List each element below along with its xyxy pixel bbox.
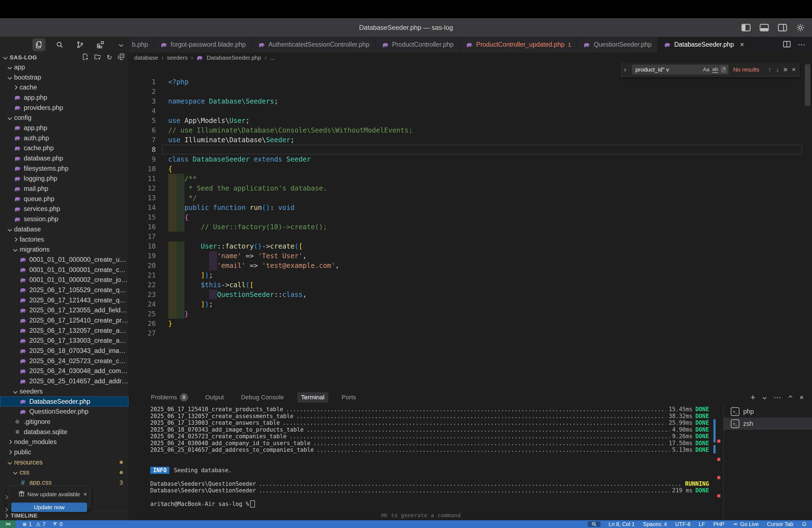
zoom-status-icon[interactable] — [588, 522, 600, 527]
tree-item[interactable]: 2025_06_17_132057_create_assessme... — [0, 326, 128, 336]
close-icon[interactable]: × — [83, 491, 87, 498]
tree-item[interactable]: providers.php — [0, 103, 128, 113]
new-file-icon[interactable] — [82, 53, 89, 61]
problems-status[interactable]: ⊗1 ⚠7 — [23, 521, 46, 527]
tree-item[interactable]: 2025_06_18_070343_add_image_to_... — [0, 346, 128, 356]
tree-item[interactable]: 2025_06_17_121443_create_questions... — [0, 295, 128, 305]
ports-status[interactable]: 0 — [52, 521, 63, 528]
source-control-icon[interactable] — [74, 39, 86, 51]
panel-tab-output[interactable]: Output — [201, 392, 228, 402]
status-item-ln-8-col-1[interactable]: Ln 8, Col 1 — [609, 521, 635, 527]
breadcrumb-item[interactable]: seeders — [167, 54, 188, 61]
tree-item[interactable]: cache — [0, 82, 128, 92]
extensions-icon[interactable] — [95, 39, 106, 51]
tree-item[interactable]: QuestionSeeder.php — [0, 407, 128, 417]
new-folder-icon[interactable] — [94, 53, 101, 61]
tree-item[interactable]: logging.php — [0, 174, 128, 184]
panel-tab-debug-console[interactable]: Debug Console — [237, 392, 288, 402]
chevron-down-icon[interactable] — [763, 395, 766, 399]
tree-item[interactable]: 2025_06_17_125410_create_products... — [0, 316, 128, 326]
tree-item[interactable]: config — [0, 113, 128, 123]
match-case-icon[interactable]: Aa — [703, 67, 709, 73]
more-icon[interactable]: ⋯ — [773, 393, 781, 402]
regex-icon[interactable]: .* — [721, 66, 727, 73]
breadcrumb-item[interactable]: ... — [270, 54, 275, 61]
tree-item[interactable]: auth.php — [0, 133, 128, 143]
tree-item[interactable]: bootstrap — [0, 72, 128, 83]
settings-gear-icon[interactable] — [796, 23, 805, 32]
status-item-php[interactable]: PHP — [713, 521, 724, 527]
collapsed-section-chevron-icon[interactable] — [4, 495, 8, 500]
next-match-icon[interactable]: ↓ — [776, 66, 779, 73]
terminal-output[interactable]: 2025_06_17_125410_create_products_table.… — [129, 405, 713, 520]
remote-indicator[interactable]: >< — [0, 520, 16, 528]
tree-item[interactable]: 2025_06_17_133003_create_answers_... — [0, 336, 128, 346]
editor-tab[interactable]: forgot-password.blade.php — [155, 37, 252, 53]
tree-item[interactable]: migrations — [0, 245, 128, 254]
timeline-section-header[interactable]: TIMELINE — [0, 511, 128, 520]
search-icon[interactable] — [54, 39, 66, 51]
status-item-go-live[interactable]: Go Live — [733, 521, 759, 527]
code-editor[interactable]: 1<?php23namespace Database\Seeders;45use… — [129, 63, 812, 390]
status-item-bell[interactable] — [801, 522, 807, 527]
tree-item[interactable]: cache.php — [0, 143, 128, 153]
terminal-session-zsh[interactable]: >_zsh — [724, 417, 812, 430]
editor-tab[interactable]: AuthenticatedSessionController.php — [252, 37, 376, 53]
tree-item[interactable]: factories — [0, 234, 128, 245]
tree-item[interactable]: app.php — [0, 92, 128, 103]
status-item-lf[interactable]: LF — [699, 521, 705, 527]
panel-tab-terminal[interactable]: Terminal — [297, 392, 329, 402]
tree-item[interactable]: database.php — [0, 153, 128, 163]
tree-item[interactable]: 2025_06_24_030048_add_company_... — [0, 366, 128, 377]
tree-item[interactable]: 2025_06_17_105529_create_question... — [0, 285, 128, 295]
tree-item[interactable]: 2025_06_24_025723_create_compan... — [0, 356, 128, 366]
tree-item[interactable]: 0001_01_01_000002_create_jobs_tab... — [0, 275, 128, 285]
tree-item[interactable]: ≡database.sqlite — [0, 427, 128, 437]
panel-tab-problems[interactable]: Problems8 — [147, 392, 192, 403]
editor-tab[interactable]: ProductController.php — [376, 37, 460, 53]
refresh-icon[interactable]: ↻ — [106, 54, 112, 61]
status-item-spaces-4[interactable]: Spaces: 4 — [643, 521, 667, 527]
tree-item[interactable]: css — [0, 468, 128, 478]
close-icon[interactable]: × — [800, 393, 804, 402]
tree-item[interactable]: 2025_06_25_014657_add_address_to... — [0, 376, 128, 386]
chevron-down-icon[interactable] — [115, 39, 127, 51]
find-in-selection-icon[interactable]: ≡ — [784, 66, 787, 73]
editor-scrollbar[interactable] — [805, 64, 810, 106]
editor-tab[interactable]: b.php — [129, 37, 155, 53]
tree-item[interactable]: session.php — [0, 214, 128, 224]
new-terminal-icon[interactable]: + — [750, 393, 755, 402]
tree-item[interactable]: 2025_06_17_123055_add_fields_to_u... — [0, 305, 128, 316]
find-input[interactable]: product_id" v Aa ab .* — [632, 64, 729, 75]
whole-word-icon[interactable]: ab — [712, 66, 718, 73]
status-item-cursor-tab[interactable]: Cursor Tab — [767, 521, 793, 527]
layout-sidebar-icon[interactable] — [741, 24, 751, 31]
find-toggle-chevron-icon[interactable]: › — [621, 63, 629, 76]
tree-item[interactable]: 0001_01_01_000000_create_users_ta... — [0, 254, 128, 265]
editor-tab[interactable]: ProductController_updated.php1 — [460, 37, 577, 53]
explorer-section-header[interactable]: SAS-LOG ↻ — [0, 53, 128, 62]
collapse-all-icon[interactable] — [118, 53, 125, 61]
tree-item[interactable]: seeders — [0, 386, 128, 397]
layout-panel-icon[interactable] — [759, 24, 769, 31]
close-icon[interactable]: × — [792, 66, 796, 73]
panel-tab-ports[interactable]: Ports — [338, 392, 360, 402]
breadcrumb-item[interactable]: database — [134, 54, 158, 61]
tree-item[interactable]: app — [0, 62, 128, 72]
editor-tab[interactable]: QuestionSeeder.php — [577, 37, 658, 53]
tree-item[interactable]: database — [0, 224, 128, 234]
tree-item[interactable]: services.php — [0, 204, 128, 214]
tree-item[interactable]: 0001_01_01_000001_create_cache_ta... — [0, 265, 128, 275]
previous-match-icon[interactable]: ↑ — [768, 66, 771, 73]
tree-item[interactable]: queue.php — [0, 194, 128, 204]
files-copy-icon[interactable] — [33, 39, 45, 51]
tree-item[interactable]: .gitignore — [0, 417, 128, 427]
chevron-up-icon[interactable] — [788, 395, 793, 399]
layout-secondary-sidebar-icon[interactable] — [778, 24, 787, 31]
tree-item[interactable]: filesystems.php — [0, 163, 128, 174]
split-editor-icon[interactable] — [783, 41, 791, 49]
terminal-session-php[interactable]: >_php — [724, 406, 812, 417]
tree-item[interactable]: DatabaseSeeder.php — [0, 397, 128, 407]
update-now-button[interactable]: Update now — [11, 503, 87, 512]
breadcrumb[interactable]: database›seeders› DatabaseSeeder.php›... — [129, 53, 812, 63]
